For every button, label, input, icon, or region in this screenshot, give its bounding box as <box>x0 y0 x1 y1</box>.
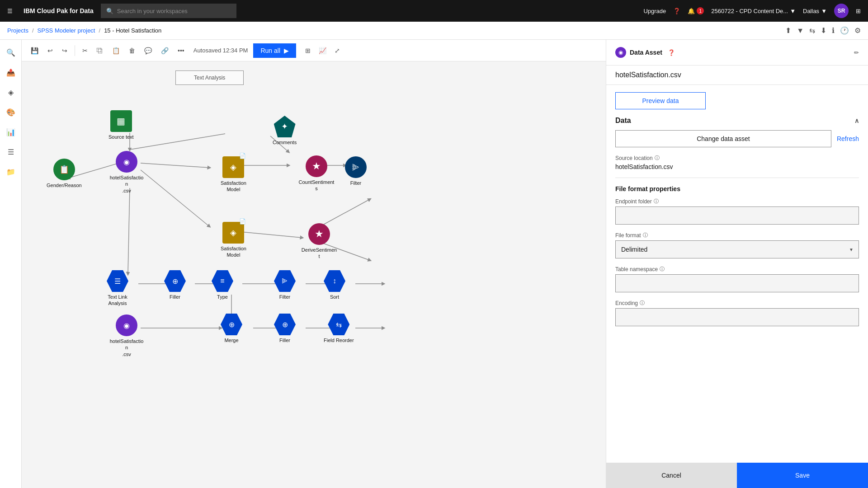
upgrade-button[interactable]: Upgrade <box>643 8 666 14</box>
comments-label: Comments <box>273 139 297 145</box>
save-toolbar-button[interactable]: 💾 <box>27 44 42 57</box>
copy-button[interactable]: ⿻ <box>93 44 107 57</box>
table-view-button[interactable]: ⊞ <box>302 44 314 57</box>
compare-icon[interactable]: ⇆ <box>809 26 815 35</box>
node-type[interactable]: ≡ Type <box>212 270 233 300</box>
node-gender-reason[interactable]: 📋 Gender/Reason <box>47 159 82 188</box>
redo-button[interactable]: ↪ <box>58 44 71 57</box>
endpoint-folder-label: Endpoint folder ⓘ <box>615 198 859 205</box>
notification-badge: 1 <box>697 7 704 14</box>
svg-line-9 <box>320 199 370 226</box>
sidebar-icon-import[interactable]: 📤 <box>2 63 20 81</box>
node-filler-1[interactable]: ⊕ Filler <box>164 270 186 300</box>
source-location-value: hotelSatisfaction.csv <box>615 163 859 170</box>
sidebar-icon-list[interactable]: ☰ <box>2 143 20 161</box>
search-input[interactable] <box>117 8 217 14</box>
source-location-info[interactable]: ⓘ <box>655 155 660 161</box>
settings-icon[interactable]: ⚙ <box>854 26 861 35</box>
node-hotel-csv-2[interactable]: ◉ hotelSatisfaction.csv <box>108 314 145 357</box>
encoding-info-icon[interactable]: ⓘ <box>640 300 645 306</box>
satisfaction-model-1-icon: ◈ <box>222 156 244 178</box>
breadcrumb-actions: ⬆ ▼ ⇆ ⬇ ℹ 🕐 ⚙ <box>785 26 861 35</box>
chevron-down-icon[interactable]: ▼ <box>797 27 804 35</box>
node-satisfaction-model-1[interactable]: 📄 ◈ SatisfactionModel <box>221 156 246 193</box>
preview-data-button[interactable]: Preview data <box>615 92 706 109</box>
sidebar-icon-file[interactable]: 📁 <box>2 163 20 181</box>
encoding-input[interactable]: UTF-8 <box>615 308 859 326</box>
node-text-link-analysis[interactable]: ☰ Text LinkAnalysis <box>107 270 128 307</box>
filter-1-icon: ⫸ <box>345 156 367 178</box>
filler-1-label: Filler <box>170 294 180 300</box>
node-source-text[interactable]: ▦ Source text <box>108 110 134 140</box>
sidebar-icon-palette[interactable]: 🎨 <box>2 103 20 121</box>
sidebar-icon-chart[interactable]: 📊 <box>2 123 20 141</box>
derive-sentiment-icon: ★ <box>308 223 330 245</box>
file-format-select[interactable]: Delimited Fixed Width JSON XML <box>615 240 859 258</box>
panel-edit-icon[interactable]: ✏ <box>854 49 859 56</box>
export-icon[interactable]: ⬆ <box>785 26 791 35</box>
file-format-field: File format ⓘ Delimited Fixed Width JSON… <box>615 232 859 258</box>
panel-header: ◉ Data Asset ❓ ✏ <box>606 40 868 66</box>
cancel-button[interactable]: Cancel <box>606 463 737 488</box>
help-button[interactable]: ❓ <box>673 8 680 14</box>
history-icon[interactable]: 🕐 <box>840 26 849 35</box>
node-filter-1[interactable]: ⫸ Filter <box>345 156 367 186</box>
node-field-reorder[interactable]: ⇆ Field Reorder <box>324 314 354 343</box>
section-divider <box>615 178 859 178</box>
node-hotel-csv-1[interactable]: ◉ hotelSatisfaction.csv <box>108 151 145 194</box>
nav-actions: Upgrade ❓ 🔔 1 2560722 - CPD Content De..… <box>643 4 861 18</box>
svg-line-3 <box>130 134 225 150</box>
comment-button[interactable]: 💬 <box>141 44 156 57</box>
filler-1-icon: ⊕ <box>164 270 186 292</box>
node-merge[interactable]: ⊕ Merge <box>221 314 242 343</box>
menu-button[interactable]: ☰ <box>7 8 13 14</box>
avatar[interactable]: SR <box>834 4 849 18</box>
undo-button[interactable]: ↩ <box>44 44 57 57</box>
cut-button[interactable]: ✂ <box>79 44 91 57</box>
refresh-link[interactable]: Refresh <box>837 135 859 142</box>
delete-button[interactable]: 🗑 <box>125 44 139 57</box>
apps-button[interactable]: ⊞ <box>856 8 861 14</box>
data-section-chevron[interactable]: ∧ <box>854 117 859 124</box>
account-button[interactable]: 2560722 - CPD Content De... ▼ <box>711 8 796 14</box>
node-sort[interactable]: ↕ Sort <box>324 270 345 300</box>
node-satisfaction-model-2[interactable]: 📄 ◈ SatisfactionModel <box>221 222 246 258</box>
pipeline-canvas[interactable]: Text Analysis ▦ Source text ✦ Comments ◉… <box>22 61 606 488</box>
endpoint-folder-input[interactable] <box>615 206 859 225</box>
table-namespace-info-icon[interactable]: ⓘ <box>660 266 665 272</box>
field-reorder-label: Field Reorder <box>324 337 354 343</box>
paste-button[interactable]: 📋 <box>108 44 123 57</box>
breadcrumb-current: 15 - Hotel Satisfaction <box>104 27 161 34</box>
node-comments[interactable]: ✦ Comments <box>273 116 297 145</box>
notifications-button[interactable]: 🔔 1 <box>688 7 704 14</box>
top-navbar: ☰ IBM Cloud Pak for Data 🔍 Upgrade ❓ 🔔 1… <box>0 0 868 22</box>
breadcrumb-spss[interactable]: SPSS Modeler project <box>38 27 95 34</box>
table-namespace-input[interactable] <box>615 274 859 292</box>
link-button[interactable]: 🔗 <box>157 44 172 57</box>
panel-info-icon[interactable]: ❓ <box>668 49 675 56</box>
node-count-sentiments[interactable]: ★ CountSentiments <box>298 155 335 192</box>
text-analysis-box: Text Analysis <box>175 70 244 85</box>
endpoint-info-icon[interactable]: ⓘ <box>654 198 659 205</box>
filler-2-icon: ⊕ <box>274 314 296 335</box>
region-button[interactable]: Dallas ▼ <box>803 8 827 14</box>
file-format-label: File format ⓘ <box>615 232 859 239</box>
node-filter-2[interactable]: ⫸ Filter <box>274 270 296 300</box>
node-derive-sentiment[interactable]: ★ DeriveSentiment <box>301 223 337 260</box>
bell-icon: 🔔 <box>688 8 695 14</box>
autosave-label: Autosaved 12:34 PM <box>193 47 248 54</box>
save-button[interactable]: Save <box>737 463 868 488</box>
run-all-button[interactable]: Run all ▶ <box>253 43 296 58</box>
breadcrumb-projects[interactable]: Projects <box>7 27 28 34</box>
sidebar-icon-nodes[interactable]: ◈ <box>2 83 20 101</box>
graph-view-button[interactable]: 📈 <box>315 44 330 57</box>
sidebar-icon-search[interactable]: 🔍 <box>2 43 20 61</box>
info-icon[interactable]: ℹ <box>832 26 835 35</box>
change-data-asset-button[interactable]: Change data asset <box>615 130 831 147</box>
doc-icon-2: 📄 <box>239 218 246 225</box>
node-filler-2[interactable]: ⊕ Filler <box>274 314 296 343</box>
file-format-info-icon[interactable]: ⓘ <box>643 232 648 239</box>
more-button[interactable]: ••• <box>174 44 188 57</box>
download-icon[interactable]: ⬇ <box>821 26 826 35</box>
expand-button[interactable]: ⤢ <box>331 44 344 57</box>
